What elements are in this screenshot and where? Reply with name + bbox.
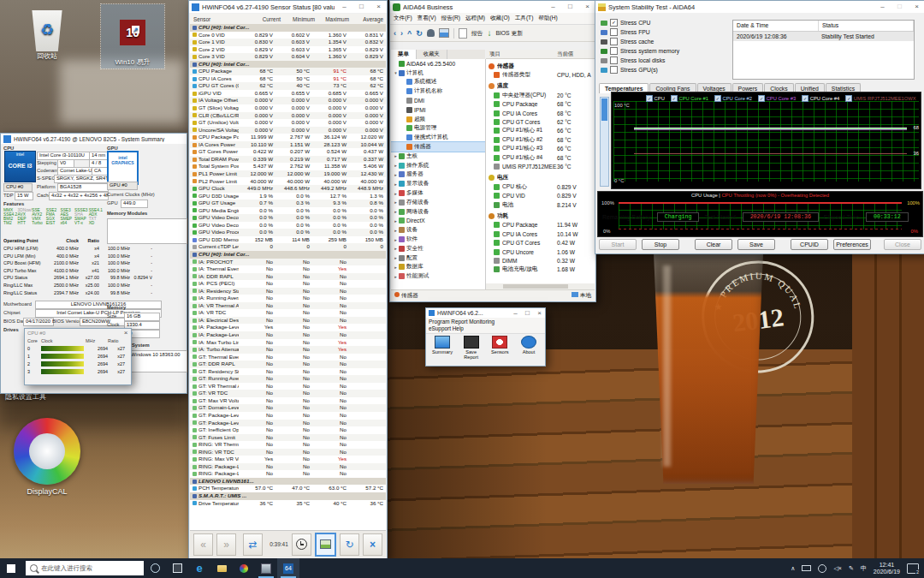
- up-icon[interactable]: ^: [407, 29, 412, 38]
- sensor-row[interactable]: GPU Video Decode ...0.0 %0.0 %0.0 %0.0 %: [190, 214, 386, 222]
- value-row[interactable]: 中央处理器(CPU)20 °C: [486, 91, 595, 99]
- stress-checkbox[interactable]: [610, 57, 618, 64]
- stress-option[interactable]: ✓Stress CPU: [601, 18, 729, 27]
- sensor-row[interactable]: GT (Slice) Voltage O...0.000 V0.000 V0.0…: [190, 104, 386, 112]
- close-icon[interactable]: ×: [909, 2, 924, 12]
- pen-icon[interactable]: ✎: [849, 565, 854, 572]
- tree-item[interactable]: ▸设备: [391, 225, 485, 235]
- legend-checkbox[interactable]: ✓: [714, 95, 721, 102]
- sensor-row[interactable]: CPU Package68 °C50 °C91 °C68 °C: [190, 68, 386, 75]
- stress-checkbox[interactable]: [610, 47, 618, 55]
- sensor-row[interactable]: IA: Turbo Attenuat...NoNoYes: [190, 346, 386, 354]
- sensor-row[interactable]: GPU D3D Memory D...152 MB114 MB259 MB150…: [190, 236, 386, 244]
- sensor-row[interactable]: IA: VR Thermal AlertNoNoNo: [190, 302, 386, 310]
- launcher-button-about[interactable]: About: [516, 336, 542, 360]
- tree-expander-icon[interactable]: ▸: [393, 172, 399, 177]
- sensor-row[interactable]: IA: Running Averag...NoNoNo: [190, 295, 386, 302]
- launcher-menubar[interactable]: Program Report Monitoring eSupport Help: [426, 318, 545, 334]
- tree-item[interactable]: ▸数据库: [391, 263, 485, 272]
- sensor-row[interactable]: CPU Package Power11.999 W2.767 W36.124 W…: [190, 134, 386, 141]
- tray-chevron-icon[interactable]: ∧: [791, 565, 795, 572]
- clock-button[interactable]: [292, 533, 311, 556]
- sensor-row[interactable]: GPU D3D Usage1.9 %0.0 %12.7 %1.3 %: [190, 193, 386, 200]
- sensor-row[interactable]: CLR (CBo/LLC/Ring)...0.000 V0.000 V0.000…: [190, 112, 386, 120]
- sensors-col-minimum[interactable]: Minimum: [281, 16, 315, 22]
- reset-button[interactable]: ↻: [340, 533, 359, 556]
- stress-checkbox[interactable]: [610, 66, 618, 74]
- sensor-row[interactable]: GPU Video Processi...0.0 %0.0 %0.0 %0.0 …: [190, 229, 386, 236]
- legend-item[interactable]: ✓ CPU Core #2: [714, 95, 752, 102]
- sensor-row[interactable]: CPU GT Cores (Gra...62 °C40 °C73 °C62 °C: [190, 82, 386, 90]
- sensor-row[interactable]: IA: VR TDCNoNoNo: [190, 309, 386, 317]
- tree-item[interactable]: 计算机名称: [391, 86, 485, 96]
- sensor-row[interactable]: GT: VR Thermal AlertNoNoNo: [190, 383, 386, 390]
- sensor-row[interactable]: Drive Temperature36 °C35 °C40 °C36 °C: [190, 500, 386, 508]
- sensor-section-row[interactable]: CPU [#0]: Intel Cor...: [190, 24, 386, 32]
- value-row[interactable]: 电池8.214 V: [486, 200, 595, 209]
- stress-option[interactable]: Stress local disks: [601, 56, 729, 65]
- log-row[interactable]: 2020/6/19 12:08:36 Stability Test Starte…: [733, 32, 914, 41]
- sensor-row[interactable]: GT: Fuses LimitNoNoNo: [190, 434, 386, 442]
- launcher-menu-line2[interactable]: eSupport Help: [429, 325, 542, 332]
- legend-checkbox[interactable]: ✓: [671, 95, 678, 102]
- sst-button-preferences[interactable]: Preferences: [833, 239, 871, 250]
- tree-item[interactable]: ▸安全性: [391, 244, 485, 253]
- sensor-row[interactable]: GPU Video Decode ...0.0 %0.0 %0.0 %0.0 %: [190, 222, 386, 229]
- maximize-icon[interactable]: □: [354, 2, 369, 12]
- sensor-row[interactable]: CPU IA Cores68 °C50 °C91 °C68 °C: [190, 75, 386, 83]
- tree-item[interactable]: ▸操作系统: [391, 161, 485, 170]
- stress-checkbox[interactable]: [610, 28, 618, 36]
- tree-item[interactable]: 系统概述: [391, 78, 485, 87]
- menu-item[interactable]: 远程(M): [465, 15, 485, 22]
- sst-titlebar[interactable]: System Stability Test - AIDA64 – □ ×: [595, 1, 924, 13]
- tree-item[interactable]: AIDA64 v6.25.5400: [391, 59, 485, 69]
- pane-tab-1[interactable]: 收藏夹: [417, 50, 447, 59]
- value-row[interactable]: CPU #1/核心 #166 °C: [486, 127, 595, 135]
- sensor-row[interactable]: IA: Package-Level ...NoNoNo: [190, 331, 386, 339]
- speaker-muted-icon[interactable]: ◁×: [833, 565, 841, 572]
- minimize-icon[interactable]: –: [337, 2, 352, 12]
- network-icon[interactable]: [818, 564, 826, 573]
- value-row[interactable]: CPU IA Cores10.14 W: [486, 229, 595, 238]
- sst-button-save[interactable]: Save: [737, 239, 775, 250]
- desktop-icon-recycle-bin[interactable]: 回收站: [15, 10, 79, 61]
- op-row[interactable]: Ring/LLC Status2394.7 MHzx24.0099.8 MHz-: [3, 290, 152, 295]
- forward-icon[interactable]: ›: [400, 29, 403, 38]
- collapse-button[interactable]: «: [193, 533, 213, 556]
- sensor-row[interactable]: GT (Unslice) Voltag...0.000 V0.000 V0.00…: [190, 119, 386, 127]
- tree-expander-icon[interactable]: ▸: [393, 237, 399, 242]
- sensor-row[interactable]: Current cTDP Level0000: [190, 243, 386, 251]
- taskbar-aida64[interactable]: 64: [277, 558, 299, 578]
- sensor-row[interactable]: GT: Domain-Level P...NoNoNo: [190, 404, 386, 412]
- minimize-icon[interactable]: –: [875, 2, 890, 12]
- sensor-row[interactable]: GT: Running Averag...NoNoNo: [190, 375, 386, 383]
- tree-expander-icon[interactable]: ▾: [393, 70, 399, 75]
- gpu-select-dropdown[interactable]: GPU #0: [107, 182, 138, 190]
- taskbar-cortana[interactable]: [144, 558, 166, 578]
- sensor-row[interactable]: RING: Package-Lev...NoNoNo: [190, 470, 386, 478]
- sensor-row[interactable]: GT: Residency Stat...NoNoNo: [190, 368, 386, 376]
- tree-item[interactable]: 超频: [391, 115, 485, 124]
- tree-expander-icon[interactable]: ▸: [393, 255, 399, 260]
- tree-item[interactable]: IPMI: [391, 105, 485, 115]
- value-row[interactable]: 电池充电/放电1.68 W: [486, 265, 595, 274]
- sensor-row[interactable]: IA Voltage Offset0.000 V0.000 V0.000 V0.…: [190, 97, 386, 104]
- tree-expander-icon[interactable]: ▸: [393, 218, 399, 223]
- launcher-menu-line1[interactable]: Program Report Monitoring: [429, 319, 542, 325]
- sensor-row[interactable]: GT: Max VR Voltage...NoNoNo: [190, 397, 386, 405]
- chart-vertical-slider[interactable]: [600, 97, 609, 187]
- tree-item[interactable]: ▸主板: [391, 152, 485, 161]
- sensor-row[interactable]: PCH Temperature57.0 °C47.0 °C63.0 °C57.2…: [190, 485, 386, 492]
- value-row[interactable]: CPU #1/核心 #268 °C: [486, 135, 595, 144]
- stress-option[interactable]: Stress cache: [601, 37, 729, 46]
- stress-checkbox[interactable]: [610, 38, 618, 45]
- launcher-button-sensors[interactable]: Sensors: [487, 336, 512, 360]
- close-icon[interactable]: ×: [371, 2, 386, 12]
- legend-checkbox[interactable]: ✓: [646, 95, 653, 102]
- taskbar-search[interactable]: 在此键入进行搜索: [26, 561, 144, 575]
- value-row[interactable]: CPU #1/核心 #366 °C: [486, 145, 595, 153]
- sensor-row[interactable]: GPU Clock449.0 MHz448.6 MHz449.2 MHz448.…: [190, 185, 386, 193]
- sensor-row[interactable]: IA: Electrical Design...NoNoNo: [190, 317, 386, 325]
- sensors-col-maximum[interactable]: Maximum: [315, 16, 349, 22]
- sensor-row[interactable]: GT: Inefficient Ope...NoNoNo: [190, 426, 386, 434]
